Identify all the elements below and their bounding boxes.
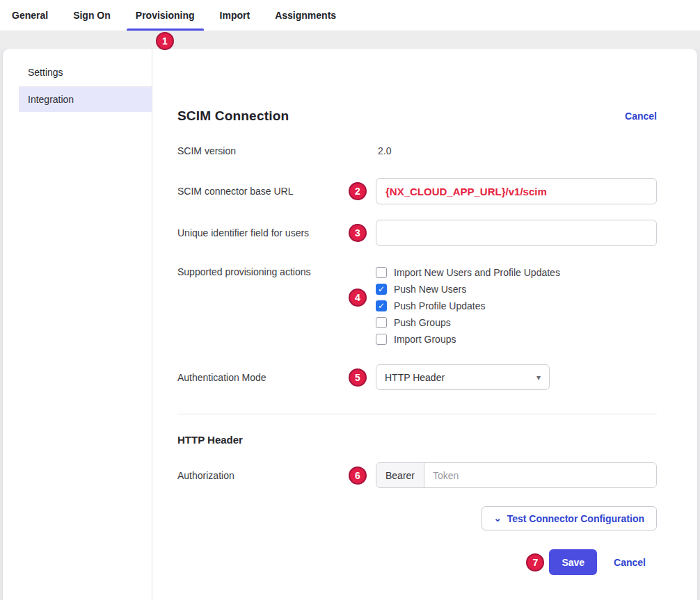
chevron-down-icon: ▾ [536, 373, 541, 382]
base-url-label: SCIM connector base URL [177, 186, 376, 197]
checkbox-import-users[interactable] [376, 267, 387, 278]
tab-import[interactable]: Import [211, 0, 260, 31]
auth-mode-select[interactable]: HTTP Header ▾ [376, 364, 550, 390]
auth-mode-label: Authentication Mode [177, 372, 376, 383]
sidebar-item-integration[interactable]: Integration [19, 87, 152, 112]
checkbox-push-new-users[interactable] [376, 284, 387, 295]
step-badge-3: 3 [349, 224, 367, 242]
checkbox-label: Push New Users [394, 284, 466, 295]
checkbox-import-groups[interactable] [376, 334, 387, 345]
checkbox-label: Import Groups [394, 334, 456, 345]
provisioning-actions-label: Supported provisioning actions [177, 264, 376, 277]
scim-version-label: SCIM version [177, 145, 376, 156]
checkbox-label: Import New Users and Profile Updates [394, 267, 560, 278]
token-input[interactable] [424, 463, 656, 487]
checkbox-row-import-users[interactable]: Import New Users and Profile Updates [376, 264, 657, 281]
tab-provisioning[interactable]: Provisioning [127, 0, 204, 31]
step-badge-5: 5 [349, 368, 367, 387]
checkbox-row-import-groups[interactable]: Import Groups [376, 331, 657, 348]
checkbox-label: Push Groups [394, 317, 451, 328]
provisioning-card: Settings Integration SCIM Connection Can… [3, 49, 697, 600]
authorization-token-group: Bearer [376, 462, 657, 488]
settings-sidebar: Settings Integration [3, 49, 152, 600]
http-header-section-title: HTTP Header [177, 434, 657, 446]
tab-sign-on[interactable]: Sign On [64, 0, 120, 31]
save-button[interactable]: Save [549, 549, 597, 575]
test-connector-icon: ⌄ [494, 514, 502, 523]
step-badge-7: 7 [526, 553, 544, 571]
step-badge-1: 1 [156, 32, 174, 50]
tab-general[interactable]: General [3, 0, 57, 31]
auth-mode-selected-value: HTTP Header [385, 372, 445, 383]
step-badge-4: 4 [349, 289, 367, 307]
page-title: SCIM Connection [177, 108, 289, 124]
cancel-link-top[interactable]: Cancel [625, 111, 657, 122]
test-connector-button[interactable]: ⌄ Test Connector Configuration [482, 506, 657, 530]
checkbox-row-push-profile-updates[interactable]: Push Profile Updates [376, 298, 657, 314]
step-badge-6: 6 [349, 467, 367, 485]
cancel-link-bottom[interactable]: Cancel [614, 557, 646, 568]
step-badge-2: 2 [349, 182, 367, 200]
tab-assignments[interactable]: Assignments [266, 0, 345, 31]
unique-id-input[interactable] [376, 220, 657, 246]
scim-version-value: 2.0 [376, 145, 391, 156]
unique-id-label: Unique identifier field for users [177, 227, 376, 238]
checkbox-push-profile-updates[interactable] [376, 300, 387, 311]
tab-bar: General Sign On Provisioning Import Assi… [0, 0, 700, 31]
checkbox-row-push-groups[interactable]: Push Groups [376, 314, 657, 331]
bearer-prefix: Bearer [376, 463, 424, 487]
authorization-label: Authorization [177, 470, 376, 481]
checkbox-push-groups[interactable] [376, 317, 387, 328]
checkbox-label: Push Profile Updates [394, 300, 486, 311]
page-background-strip [0, 31, 700, 49]
scim-connection-panel: SCIM Connection Cancel SCIM version 2.0 … [152, 49, 697, 600]
base-url-input[interactable] [376, 178, 657, 204]
checkbox-row-push-new-users[interactable]: Push New Users [376, 281, 657, 298]
test-connector-label: Test Connector Configuration [507, 513, 644, 524]
section-divider [177, 414, 657, 414]
sidebar-header: Settings [19, 67, 152, 87]
